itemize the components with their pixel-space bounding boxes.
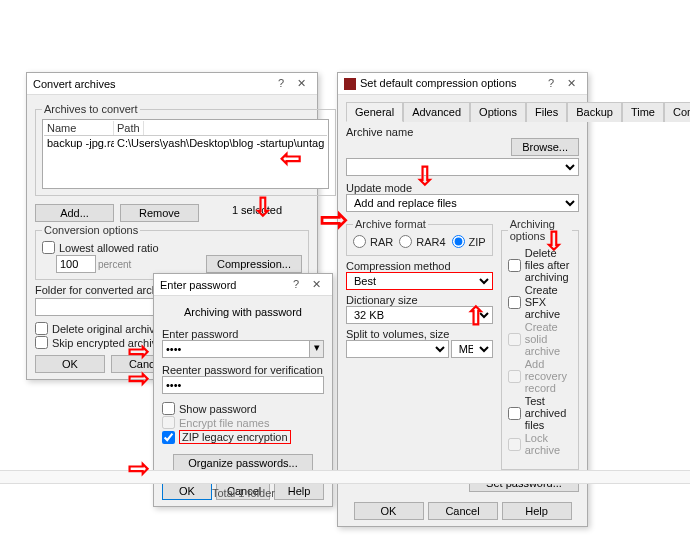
close-icon[interactable]: ✕ bbox=[291, 77, 311, 90]
ratio-value-input[interactable] bbox=[56, 255, 96, 273]
selected-count: 1 selected bbox=[205, 204, 309, 222]
update-mode-select[interactable]: Add and replace files bbox=[346, 194, 579, 212]
solid-check bbox=[508, 333, 521, 346]
arch-options-label: Archiving options bbox=[508, 218, 572, 242]
skip-encrypted-label: Skip encrypted archives bbox=[52, 337, 169, 349]
ok-button[interactable]: OK bbox=[162, 482, 212, 500]
password-titlebar: Enter password ?✕ bbox=[154, 274, 332, 296]
browse-button[interactable]: Browse... bbox=[511, 138, 579, 156]
cancel-button[interactable]: Cancel bbox=[428, 502, 498, 520]
zip-legacy-check[interactable] bbox=[162, 431, 175, 444]
split-label: Split to volumes, size bbox=[346, 328, 493, 340]
compression-button[interactable]: Compression... bbox=[206, 255, 302, 273]
convert-titlebar: Convert archives ?✕ bbox=[27, 73, 317, 95]
lowest-ratio-check[interactable] bbox=[42, 241, 55, 254]
delete-after-label: Delete files after archiving bbox=[525, 247, 572, 283]
options-dialog: Set default compression options ?✕ Gener… bbox=[337, 72, 588, 527]
col-name: Name bbox=[44, 121, 114, 135]
app-icon bbox=[344, 78, 356, 90]
help-icon[interactable]: ? bbox=[286, 278, 306, 290]
options-title: Set default compression options bbox=[360, 77, 517, 89]
tab-files[interactable]: Files bbox=[526, 102, 567, 122]
test-files-check[interactable] bbox=[508, 407, 521, 420]
statusbar-divider bbox=[0, 470, 690, 484]
password-subtitle: Archiving with password bbox=[162, 306, 324, 318]
password-title: Enter password bbox=[160, 279, 236, 291]
method-select[interactable]: Best bbox=[346, 272, 493, 290]
dict-label: Dictionary size bbox=[346, 294, 493, 306]
tab-comment[interactable]: Comment bbox=[664, 102, 690, 122]
remove-button[interactable]: Remove bbox=[120, 204, 199, 222]
lock-label: Lock archive bbox=[525, 432, 572, 456]
archives-list[interactable]: Name Path backup -jpg.rar C:\Users\yash\… bbox=[42, 119, 329, 189]
help-button[interactable]: Help bbox=[502, 502, 572, 520]
encrypt-names-label: Encrypt file names bbox=[179, 417, 269, 429]
show-password-label: Show password bbox=[179, 403, 257, 415]
test-files-label: Test archived files bbox=[525, 395, 572, 431]
close-icon[interactable]: ✕ bbox=[306, 278, 326, 291]
help-button[interactable]: Help bbox=[274, 482, 324, 500]
radio-rar4[interactable] bbox=[399, 235, 412, 248]
update-mode-label: Update mode bbox=[346, 182, 412, 194]
recovery-check bbox=[508, 370, 521, 383]
archive-name-select[interactable] bbox=[346, 158, 579, 176]
radio-rar4-label: RAR4 bbox=[416, 236, 445, 248]
ok-button[interactable]: OK bbox=[35, 355, 105, 373]
archive-path: C:\Users\yash\Desktop\blog -startup\unta… bbox=[114, 136, 327, 150]
help-icon[interactable]: ? bbox=[271, 77, 291, 89]
show-password-check[interactable] bbox=[162, 402, 175, 415]
radio-zip-label: ZIP bbox=[469, 236, 486, 248]
tab-general[interactable]: General bbox=[346, 102, 403, 122]
sfx-label: Create SFX archive bbox=[525, 284, 572, 320]
split-unit-select[interactable]: MB bbox=[451, 340, 493, 358]
convert-title: Convert archives bbox=[33, 78, 116, 90]
delete-original-check[interactable] bbox=[35, 322, 48, 335]
format-group-label: Archive format bbox=[353, 218, 428, 230]
skip-encrypted-check[interactable] bbox=[35, 336, 48, 349]
radio-rar-label: RAR bbox=[370, 236, 393, 248]
archives-group-label: Archives to convert bbox=[42, 103, 140, 115]
method-label: Compression method bbox=[346, 260, 451, 272]
delete-after-check[interactable] bbox=[508, 259, 521, 272]
encrypt-names-check bbox=[162, 416, 175, 429]
chevron-down-icon[interactable]: ▾ bbox=[310, 340, 324, 358]
lowest-ratio-label: Lowest allowed ratio bbox=[59, 242, 159, 254]
col-path: Path bbox=[114, 121, 144, 135]
solid-label: Create solid archive bbox=[525, 321, 572, 357]
zip-legacy-label: ZIP legacy encryption bbox=[179, 430, 291, 444]
statusbar-text: Total 1 folder bbox=[212, 487, 275, 499]
table-row[interactable]: backup -jpg.rar C:\Users\yash\Desktop\bl… bbox=[44, 136, 327, 150]
split-size-select[interactable] bbox=[346, 340, 449, 358]
conv-options-label: Conversion options bbox=[42, 224, 140, 236]
lock-check bbox=[508, 438, 521, 451]
options-titlebar: Set default compression options ?✕ bbox=[338, 73, 587, 95]
password-input[interactable] bbox=[162, 340, 310, 358]
tab-options[interactable]: Options bbox=[470, 102, 526, 122]
recovery-label: Add recovery record bbox=[525, 358, 572, 394]
enter-password-label: Enter password bbox=[162, 328, 238, 340]
close-icon[interactable]: ✕ bbox=[561, 77, 581, 90]
add-button[interactable]: Add... bbox=[35, 204, 114, 222]
help-icon[interactable]: ? bbox=[541, 77, 561, 89]
ratio-unit: percent bbox=[98, 259, 131, 270]
delete-original-label: Delete original archives bbox=[52, 323, 166, 335]
password-confirm-input[interactable] bbox=[162, 376, 324, 394]
radio-zip[interactable] bbox=[452, 235, 465, 248]
reenter-password-label: Reenter password for verification bbox=[162, 364, 324, 376]
tab-advanced[interactable]: Advanced bbox=[403, 102, 470, 122]
options-tabs: General Advanced Options Files Backup Ti… bbox=[346, 101, 579, 122]
tab-backup[interactable]: Backup bbox=[567, 102, 622, 122]
radio-rar[interactable] bbox=[353, 235, 366, 248]
archive-name-label: Archive name bbox=[346, 126, 413, 138]
sfx-check[interactable] bbox=[508, 296, 521, 309]
archive-name: backup -jpg.rar bbox=[44, 136, 114, 150]
ok-button[interactable]: OK bbox=[354, 502, 424, 520]
tab-time[interactable]: Time bbox=[622, 102, 664, 122]
dict-select[interactable]: 32 KB bbox=[346, 306, 493, 324]
